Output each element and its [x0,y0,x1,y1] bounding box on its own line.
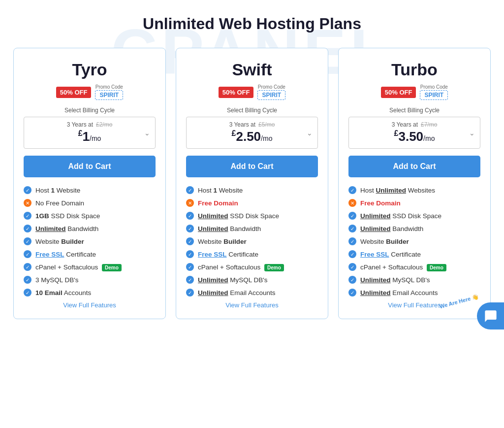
feature-item-tyro-5: ✓Free SSL Certificate [24,250,156,258]
feature-icon-turbo-1: ✕ [348,199,356,207]
chat-button[interactable] [477,302,504,329]
plan-card-swift: Swift50% OFFPromo CodeSPIRITSelect Billi… [176,48,328,319]
feature-text-tyro-2: 1GB SSD Disk Space [35,212,100,220]
feature-icon-turbo-2: ✓ [348,212,356,220]
feature-text-turbo-5: Free SSL Certificate [360,251,421,258]
plan-card-turbo: Turbo50% OFFPromo CodeSPIRITSelect Billi… [338,48,491,319]
features-list-turbo: ✓Host Unlimited Websites✕Free Domain✓Unl… [348,186,480,296]
view-features-link-tyro[interactable]: View Full Features [24,301,156,309]
feature-icon-turbo-8: ✓ [348,289,356,296]
plan-name-tyro: Tyro [24,60,156,79]
promo-row-turbo: 50% OFFPromo CodeSPIRIT [348,84,480,100]
plan-card-tyro: Tyro50% OFFPromo CodeSPIRITSelect Billin… [13,48,166,319]
feature-item-turbo-1: ✕Free Domain [348,199,480,207]
feature-icon-turbo-3: ✓ [348,225,356,232]
feature-item-tyro-6: ✓cPanel + Softaculous Demo [24,263,156,271]
feature-icon-tyro-3: ✓ [24,225,32,232]
billing-label-swift: Select Billing Cycle [186,107,318,114]
billing-current-price-tyro: £1/mo [78,129,101,144]
billing-old-price-tyro: £2/mo [96,121,112,128]
billing-old-price-swift: £5/mo [258,121,275,128]
feature-item-turbo-7: ✓Unlimited MySQL DB's [348,276,480,284]
features-list-swift: ✓Host 1 Website✕Free Domain✓Unlimited SS… [186,186,318,296]
feature-text-swift-1: Free Domain [198,199,238,207]
feature-item-turbo-5: ✓Free SSL Certificate [348,250,480,258]
feature-icon-swift-7: ✓ [186,276,194,284]
billing-select-tyro[interactable]: 3 Years at £2/mo£1/mo⌄ [24,117,156,149]
feature-icon-swift-5: ✓ [186,250,194,258]
billing-years-tyro: 3 Years at [67,121,93,128]
feature-icon-tyro-4: ✓ [24,237,32,245]
add-to-cart-button-tyro[interactable]: Add to Cart [24,156,156,177]
feature-item-tyro-8: ✓10 Email Accounts [24,289,156,296]
feature-text-tyro-5: Free SSL Certificate [35,251,96,258]
feature-item-turbo-2: ✓Unlimited SSD Disk Space [348,212,480,220]
demo-badge-swift-6[interactable]: Demo [264,264,284,271]
demo-badge-turbo-6[interactable]: Demo [427,264,446,271]
feature-item-tyro-3: ✓Unlimited Bandwidth [24,225,156,232]
promo-code-wrapper-tyro: Promo CodeSPIRIT [95,84,123,100]
billing-years-turbo: 3 Years at [392,121,418,128]
feature-item-turbo-8: ✓Unlimited Email Accounts [348,289,480,296]
feature-icon-swift-0: ✓ [186,186,194,194]
billing-old-price-turbo: £7/mo [421,121,437,128]
plans-container: Tyro50% OFFPromo CodeSPIRITSelect Billin… [10,48,494,319]
feature-item-tyro-1: ✕No Free Domain [24,199,156,207]
add-to-cart-button-swift[interactable]: Add to Cart [186,156,318,177]
feature-item-swift-8: ✓Unlimited Email Accounts [186,289,318,296]
feature-icon-tyro-0: ✓ [24,186,32,194]
feature-item-swift-4: ✓Website Builder [186,237,318,245]
promo-off-badge-tyro: 50% OFF [56,87,92,98]
billing-select-turbo[interactable]: 3 Years at £7/mo£3.50/mo⌄ [348,117,480,149]
feature-text-swift-0: Host 1 Website [198,187,243,194]
billing-label-tyro: Select Billing Cycle [24,107,156,114]
feature-text-swift-8: Unlimited Email Accounts [198,289,276,296]
feature-item-tyro-0: ✓Host 1 Website [24,186,156,194]
feature-icon-tyro-7: ✓ [24,276,32,284]
page-title: Unlimited Web Hosting Plans [10,15,494,33]
feature-icon-tyro-6: ✓ [24,263,32,271]
feature-text-tyro-4: Website Builder [35,238,84,245]
feature-item-turbo-3: ✓Unlimited Bandwidth [348,225,480,232]
feature-icon-tyro-5: ✓ [24,250,32,258]
promo-off-badge-swift: 50% OFF [219,87,254,98]
feature-text-turbo-2: Unlimited SSD Disk Space [360,212,441,220]
feature-item-swift-5: ✓Free SSL Certificate [186,250,318,258]
billing-years-swift: 3 Years at [229,121,255,128]
plan-name-swift: Swift [186,60,318,79]
promo-code-badge-turbo: SPIRIT [420,90,448,100]
billing-label-turbo: Select Billing Cycle [348,107,480,114]
feature-item-turbo-6: ✓cPanel + Softaculous Demo [348,263,480,271]
feature-item-swift-1: ✕Free Domain [186,199,318,207]
feature-icon-turbo-6: ✓ [348,263,356,271]
feature-item-swift-7: ✓Unlimited MySQL DB's [186,276,318,284]
feature-text-tyro-1: No Free Domain [35,199,84,207]
billing-select-swift[interactable]: 3 Years at £5/mo£2.50/mo⌄ [186,117,318,149]
feature-text-tyro-7: 3 MySQL DB's [35,276,79,284]
feature-text-swift-2: Unlimited SSD Disk Space [198,212,279,220]
feature-text-turbo-6: cPanel + Softaculous Demo [360,263,446,271]
feature-item-swift-2: ✓Unlimited SSD Disk Space [186,212,318,220]
feature-icon-turbo-7: ✓ [348,276,356,284]
feature-text-tyro-8: 10 Email Accounts [35,289,91,296]
feature-text-turbo-1: Free Domain [360,199,401,207]
feature-item-swift-0: ✓Host 1 Website [186,186,318,194]
add-to-cart-button-turbo[interactable]: Add to Cart [348,156,480,177]
feature-item-tyro-7: ✓3 MySQL DB's [24,276,156,284]
promo-off-badge-turbo: 50% OFF [381,87,416,98]
feature-icon-turbo-4: ✓ [348,237,356,245]
feature-item-swift-3: ✓Unlimited Bandwidth [186,225,318,232]
feature-icon-swift-1: ✕ [186,199,194,207]
feature-icon-swift-4: ✓ [186,237,194,245]
promo-code-badge-swift: SPIRIT [257,90,285,100]
feature-text-tyro-3: Unlimited Bandwidth [35,225,98,232]
promo-code-label-tyro: Promo Code [95,84,123,90]
view-features-link-swift[interactable]: View Full Features [186,301,318,309]
feature-icon-swift-8: ✓ [186,289,194,296]
promo-code-wrapper-swift: Promo CodeSPIRIT [257,84,285,100]
feature-icon-tyro-8: ✓ [24,289,32,296]
demo-badge-tyro-6[interactable]: Demo [102,264,122,271]
feature-text-turbo-7: Unlimited MySQL DB's [360,276,430,284]
feature-icon-turbo-0: ✓ [348,186,356,194]
billing-current-price-swift: £2.50/mo [232,129,273,144]
